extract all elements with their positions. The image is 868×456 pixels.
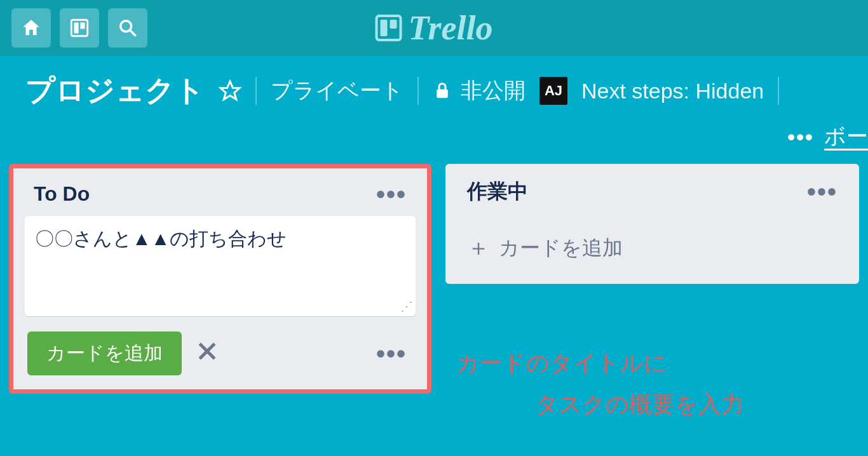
annotation: カードのタイトルに タスクの概要を入力 [456, 348, 863, 420]
brand-icon [376, 15, 402, 41]
card-composer: ⋰ [25, 216, 416, 316]
brand-logo: Trello [376, 8, 493, 48]
close-icon [194, 339, 220, 364]
svg-point-3 [121, 21, 132, 32]
svg-line-4 [130, 30, 136, 36]
star-button[interactable] [219, 79, 241, 102]
home-icon [20, 17, 42, 39]
board-menu-link[interactable]: ボー [824, 122, 868, 151]
add-card-button[interactable]: カードを追加 [27, 332, 182, 375]
search-icon [117, 17, 139, 39]
list-todo: To Do ••• ⋰ カードを追加 ••• [9, 164, 431, 394]
svg-rect-2 [80, 23, 85, 29]
board-header: プロジェクト プライベート 非公開 AJ Next steps: Hidden [0, 56, 868, 116]
annotation-line-1: カードのタイトルに [456, 348, 863, 379]
composer-controls: カードを追加 ••• [25, 332, 416, 375]
lock-icon [433, 81, 452, 100]
svg-marker-5 [220, 81, 240, 100]
svg-rect-0 [71, 20, 88, 36]
list-header: 作業中 ••• [458, 175, 846, 216]
divider [778, 77, 779, 105]
list-menu-button[interactable]: ••• [807, 185, 837, 198]
topbar: Trello [0, 0, 868, 56]
list-header: To Do ••• [25, 180, 416, 216]
svg-rect-6 [437, 90, 448, 98]
next-steps-label[interactable]: Next steps: Hidden [581, 79, 764, 104]
annotation-line-2: タスクの概要を入力 [535, 389, 863, 420]
more-dots-icon[interactable]: ••• [787, 124, 814, 149]
brand-name: Trello [409, 8, 493, 48]
svg-rect-1 [74, 23, 79, 34]
card-title-input[interactable] [35, 226, 405, 302]
divider [417, 77, 419, 105]
search-button[interactable] [108, 8, 147, 48]
close-composer-button[interactable] [194, 339, 220, 369]
list-working: 作業中 ••• ＋ カードを追加 [445, 164, 859, 284]
board-sub-row: ••• ボー [0, 116, 868, 158]
add-card-link[interactable]: ＋ カードを追加 [458, 216, 846, 272]
avatar[interactable]: AJ [539, 77, 567, 105]
star-icon [219, 79, 241, 102]
visibility-button[interactable]: 非公開 [433, 76, 526, 105]
list-menu-button[interactable]: ••• [376, 188, 407, 201]
add-card-link-label: カードを追加 [499, 234, 623, 262]
plus-icon: ＋ [467, 232, 490, 264]
list-title[interactable]: To Do [34, 182, 90, 206]
board-title[interactable]: プロジェクト [25, 71, 205, 111]
list-title[interactable]: 作業中 [467, 178, 528, 206]
privacy-label[interactable]: プライベート [271, 76, 403, 105]
home-button[interactable] [11, 8, 51, 48]
divider [255, 77, 257, 105]
boards-button[interactable] [60, 8, 99, 48]
visibility-label: 非公開 [461, 76, 526, 105]
composer-more-button[interactable]: ••• [376, 347, 413, 360]
boards-icon [69, 17, 90, 39]
